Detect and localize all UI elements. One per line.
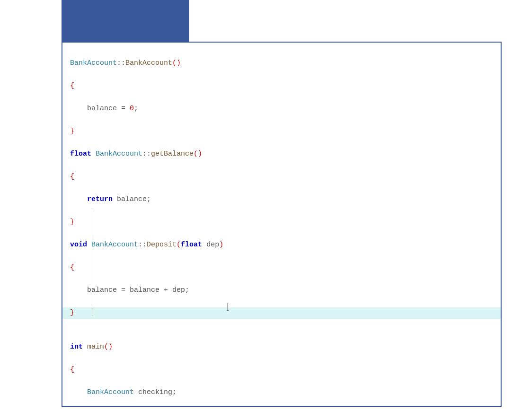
code-line[interactable]: } [70, 307, 501, 319]
code-content[interactable]: BankAccount::BankAccount() { balance = 0… [62, 43, 501, 407]
text-caret [93, 307, 93, 317]
code-line[interactable]: { [70, 364, 501, 376]
ctor-name: BankAccount [125, 59, 172, 67]
code-line[interactable]: float BankAccount::getBalance() [70, 149, 501, 160]
code-line[interactable]: balance = 0; [70, 103, 501, 114]
code-line[interactable]: } [70, 217, 501, 228]
code-line[interactable]: { [70, 171, 501, 183]
code-line[interactable]: { [70, 80, 501, 92]
code-line[interactable]: balance = balance + dep; [70, 285, 501, 296]
code-line[interactable]: int main() [70, 341, 501, 353]
ibeam-cursor-icon: I [227, 300, 229, 314]
code-editor[interactable]: I BankAccount::BankAccount() { balance =… [62, 42, 502, 407]
class-name: BankAccount [70, 59, 117, 67]
code-line[interactable]: BankAccount::BankAccount() [70, 58, 501, 69]
code-line[interactable]: { [70, 262, 501, 273]
code-line[interactable]: return balance; [70, 194, 501, 205]
tab-bar[interactable] [62, 0, 189, 42]
code-line[interactable]: } [70, 126, 501, 137]
code-line[interactable]: void BankAccount::Deposit(float dep) [70, 239, 501, 251]
code-line[interactable]: BankAccount checking; [70, 387, 501, 398]
